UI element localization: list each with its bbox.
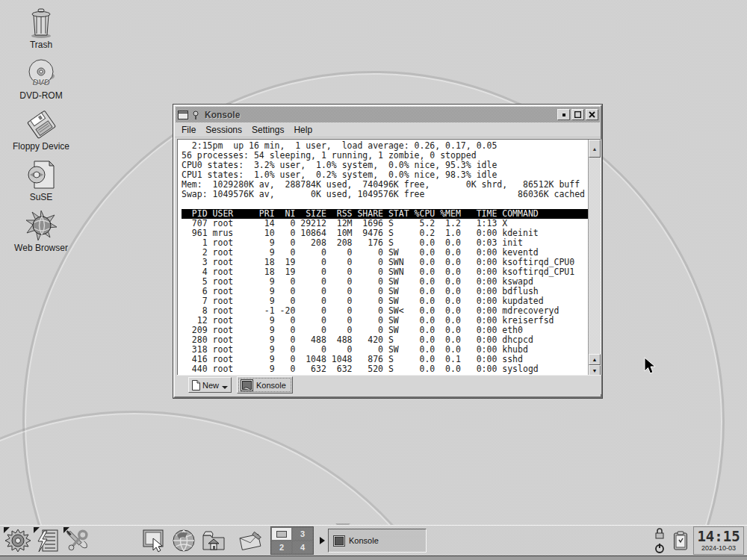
desktop-icon-list: Trash DVD DVD-ROM Floppy Device bbox=[0, 6, 82, 253]
menu-file[interactable]: File bbox=[182, 125, 196, 135]
clock-date: 2024-10-03 bbox=[701, 544, 736, 552]
scroll-up-button[interactable]: ▲ bbox=[589, 354, 601, 365]
digital-clock[interactable]: 14:15 2024-10-03 bbox=[693, 526, 744, 555]
desktop-icon-label: SuSE bbox=[30, 192, 53, 202]
menu-settings[interactable]: Settings bbox=[252, 125, 284, 135]
tools-button[interactable] bbox=[63, 526, 93, 555]
scrollbar-trough[interactable] bbox=[589, 158, 601, 354]
maximize-button[interactable] bbox=[571, 109, 584, 120]
menu-arrow-icon bbox=[4, 527, 10, 533]
pager-desktop-2[interactable]: 2 bbox=[271, 541, 292, 554]
new-session-caret-icon bbox=[222, 386, 228, 389]
lock-screen-button[interactable] bbox=[651, 527, 668, 541]
konsole-session-icon bbox=[241, 379, 253, 391]
close-button[interactable] bbox=[586, 109, 598, 120]
terminal-line: 440 root 9 0 632 632 520 S 0.0 0.0 0:00 … bbox=[182, 364, 588, 374]
task-button-konsole[interactable]: Konsole bbox=[328, 529, 427, 553]
terminal-frame: 2:15pm up 16 min, 1 user, load average: … bbox=[177, 139, 601, 377]
home-folder-icon bbox=[201, 528, 226, 553]
floppy-icon bbox=[25, 108, 58, 140]
new-session-button[interactable]: New bbox=[188, 377, 232, 393]
mail-button[interactable] bbox=[236, 526, 266, 555]
konsole-task-icon bbox=[333, 535, 345, 547]
tasklist-arrow-icon[interactable] bbox=[320, 537, 325, 544]
desktop-icon-web-browser[interactable]: Web Browser bbox=[0, 209, 82, 253]
session-tab-konsole[interactable]: Konsole bbox=[237, 376, 293, 393]
desktop-icon-label: Web Browser bbox=[14, 243, 68, 253]
pager-desktop-3[interactable]: 3 bbox=[292, 527, 313, 541]
scrollbar-thumb[interactable]: ▲ bbox=[589, 140, 601, 158]
show-desktop-button[interactable] bbox=[139, 526, 169, 555]
menu-help[interactable]: Help bbox=[294, 125, 312, 135]
pager-window-thumb bbox=[276, 531, 287, 538]
home-folder-button[interactable] bbox=[199, 526, 229, 555]
new-page-icon bbox=[192, 380, 200, 391]
menu-arrow-icon bbox=[34, 527, 40, 533]
task-button-label: Konsole bbox=[349, 536, 379, 545]
padlock-icon bbox=[654, 528, 665, 539]
desktop-icon-label: Floppy Device bbox=[13, 141, 69, 152]
desktop-icon-suse[interactable]: SuSE bbox=[0, 158, 82, 202]
terminal-output[interactable]: 2:15pm up 16 min, 1 user, load average: … bbox=[178, 140, 588, 376]
desktop-icon-label: Trash bbox=[30, 40, 52, 50]
klipper-applet[interactable] bbox=[671, 528, 690, 553]
pager-desktop-1[interactable] bbox=[271, 527, 292, 541]
desktop-icon-label: DVD-ROM bbox=[19, 90, 62, 101]
show-desktop-icon bbox=[141, 528, 167, 553]
power-icon bbox=[654, 543, 665, 553]
session-tab-label: Konsole bbox=[256, 381, 286, 390]
desktop-icon-dvd-rom[interactable]: DVD DVD-ROM bbox=[0, 57, 82, 101]
web-browser-icon bbox=[25, 209, 58, 242]
desktop-icon-trash[interactable]: Trash bbox=[0, 6, 82, 50]
system-tray: 14:15 2024-10-03 bbox=[651, 526, 744, 555]
dvd-disc-icon: DVD bbox=[25, 57, 58, 90]
trash-icon bbox=[25, 6, 58, 39]
panel-bottom-edge bbox=[0, 556, 747, 560]
taskbar-panel: 3 2 4 Konsole bbox=[0, 525, 747, 556]
minimize-button[interactable] bbox=[557, 109, 570, 120]
logout-button[interactable] bbox=[651, 541, 668, 555]
terminal-line: Swap: 1049576K av, 0K used, 1049576K fre… bbox=[182, 190, 588, 199]
clipboard-icon bbox=[673, 531, 688, 550]
window-list-button[interactable] bbox=[33, 526, 63, 555]
mouse-cursor bbox=[644, 357, 657, 375]
window-title: Konsole bbox=[205, 110, 556, 120]
window-titlebar[interactable]: Konsole bbox=[176, 107, 600, 122]
globe-icon bbox=[171, 528, 196, 553]
menu-bar: File Sessions Settings Help bbox=[175, 122, 601, 137]
pager-desktop-4[interactable]: 4 bbox=[292, 541, 313, 554]
web-browser-button[interactable] bbox=[169, 526, 199, 555]
session-tab-bar: New Konsole bbox=[177, 375, 601, 394]
kmenu-button[interactable] bbox=[3, 526, 33, 555]
suse-document-icon bbox=[25, 158, 58, 191]
window-menu-icon[interactable] bbox=[177, 110, 188, 120]
svg-text:DVD: DVD bbox=[32, 78, 49, 87]
new-session-label: New bbox=[202, 381, 219, 390]
envelope-pen-icon bbox=[238, 528, 264, 553]
lock-logout-applet bbox=[651, 527, 668, 555]
clock-time: 14:15 bbox=[697, 529, 740, 544]
menu-arrow-icon bbox=[63, 527, 69, 533]
terminal-scrollbar[interactable]: ▲ ▲ ▼ bbox=[588, 140, 601, 376]
desktop-pager: 3 2 4 bbox=[270, 526, 314, 555]
menu-sessions[interactable]: Sessions bbox=[205, 125, 242, 135]
desktop-icon-floppy[interactable]: Floppy Device bbox=[0, 108, 82, 152]
konsole-window: Konsole File Sessions Settings Help 2:15… bbox=[173, 105, 602, 398]
sticky-pin-icon[interactable] bbox=[190, 110, 201, 120]
